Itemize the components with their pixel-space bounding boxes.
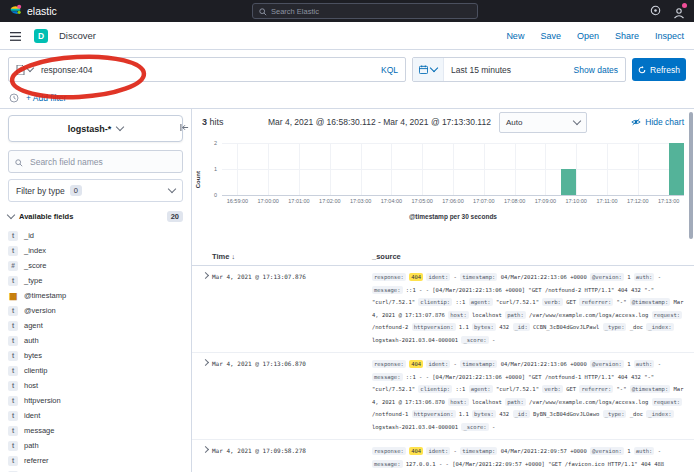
global-search-input[interactable]: Search Elastic	[252, 3, 478, 19]
x-tick-label: 17:08:00	[504, 198, 525, 204]
field-name: agent	[24, 321, 43, 330]
filter-by-type[interactable]: Filter by type 0	[8, 179, 183, 202]
menu-icon[interactable]	[10, 27, 21, 45]
app-action-open[interactable]: Open	[577, 31, 599, 41]
field-item-clientip[interactable]: tclientip	[8, 363, 183, 378]
refresh-button[interactable]: Refresh	[632, 58, 686, 81]
histogram-bar[interactable]	[669, 143, 684, 195]
saved-query-icon[interactable]	[16, 65, 33, 75]
source-field-name: _score:	[461, 336, 488, 344]
query-text-input[interactable]	[39, 64, 369, 76]
elastic-logo-icon[interactable]	[9, 2, 22, 20]
field-search[interactable]	[8, 150, 183, 173]
collapse-sidebar-icon[interactable]	[180, 118, 189, 136]
field-list: t_idt_index#_scoret_type▦@timestampt@ver…	[8, 228, 183, 472]
string-field-icon: t	[8, 366, 18, 376]
help-icon[interactable]	[650, 2, 661, 20]
source-field-name: @timestamp:	[630, 385, 670, 393]
time-range-value[interactable]: Last 15 minutes	[444, 65, 567, 75]
source-column-header: _source	[372, 252, 401, 261]
field-item-path[interactable]: tpath	[8, 438, 183, 453]
expand-row-icon[interactable]	[198, 358, 212, 433]
field-item-_id[interactable]: t_id	[8, 228, 183, 243]
source-value: -	[658, 448, 661, 454]
field-name: _score	[24, 261, 47, 270]
doc-source: response: 404 ident: - timestamp: 04/Mar…	[372, 445, 686, 472]
calendar-button[interactable]	[413, 58, 444, 81]
source-field-name: request:	[652, 311, 683, 319]
field-item-referrer[interactable]: treferrer	[8, 453, 183, 468]
y-tick-label: 0	[214, 192, 217, 198]
field-item-_type[interactable]: t_type	[8, 273, 183, 288]
field-item-agent[interactable]: tagent	[8, 318, 183, 333]
index-pattern-select[interactable]: logstash-*	[8, 115, 183, 142]
global-header: elastic Search Elastic	[0, 0, 694, 22]
query-language-button[interactable]: KQL	[375, 65, 398, 75]
expand-row-icon[interactable]	[198, 271, 212, 346]
search-icon	[15, 153, 23, 171]
source-highlight: 404	[409, 360, 423, 368]
x-tick-label: 17:13:00	[658, 198, 679, 204]
source-field-name: message:	[372, 373, 403, 381]
field-item-@timestamp[interactable]: ▦@timestamp	[8, 288, 183, 303]
query-bar: KQL Last 15 minutes Show dates Refresh	[0, 50, 694, 88]
query-input[interactable]: KQL	[8, 57, 406, 82]
field-item-host[interactable]: thost	[8, 378, 183, 393]
source-field-name: response:	[372, 447, 406, 455]
source-field-name: _type:	[603, 410, 627, 418]
field-name: ident	[24, 411, 40, 420]
chevron-down-icon	[26, 64, 34, 72]
search-icon	[259, 2, 267, 20]
time-column-header[interactable]: Time↓	[212, 252, 366, 261]
field-item-@version[interactable]: t@version	[8, 303, 183, 318]
chevron-right-icon	[201, 446, 208, 453]
field-search-input[interactable]	[28, 156, 176, 168]
index-pattern-label: logstash-*	[68, 124, 112, 134]
app-actions: NewSaveOpenShareInspect	[506, 31, 684, 41]
source-field-name: httpversion:	[412, 323, 456, 331]
source-value: /var/www/example.com/logs/access.log	[529, 399, 648, 405]
source-field-name: _score:	[461, 423, 488, 431]
field-item-message[interactable]: tmessage	[8, 423, 183, 438]
hits-bar: 3 hits Mar 4, 2021 @ 16:58:30.112 - Mar …	[192, 109, 694, 135]
field-item-_index[interactable]: t_index	[8, 243, 183, 258]
doc-table-header: Time↓ _source	[192, 247, 694, 266]
field-item-auth[interactable]: tauth	[8, 333, 183, 348]
app-action-new[interactable]: New	[506, 31, 524, 41]
filter-bar: + Add filter	[0, 88, 694, 109]
hide-chart-button[interactable]: Hide chart	[631, 117, 684, 127]
histogram-plot[interactable]: 16:59:0017:00:0017:01:0017:02:0017:03:00…	[222, 143, 684, 196]
histogram-bar[interactable]	[561, 169, 576, 195]
string-field-icon: t	[8, 456, 18, 466]
source-value: "curl/7.52.1"	[496, 386, 539, 392]
user-avatar-icon[interactable]	[673, 5, 685, 17]
add-filter-button[interactable]: + Add filter	[26, 93, 66, 103]
show-dates-button[interactable]: Show dates	[567, 65, 625, 75]
source-field-name: response:	[372, 360, 406, 368]
vertical-scrollbar[interactable]	[689, 112, 693, 239]
source-field-name: path:	[505, 311, 526, 319]
source-field-name: ident:	[426, 273, 450, 281]
expand-row-icon[interactable]	[198, 445, 212, 472]
x-tick-label: 17:11:00	[596, 198, 617, 204]
field-item-httpversion[interactable]: thttpversion	[8, 393, 183, 408]
app-action-inspect[interactable]: Inspect	[655, 31, 684, 41]
filter-history-icon[interactable]	[9, 89, 19, 107]
field-item-bytes[interactable]: tbytes	[8, 348, 183, 363]
source-field-name: ident:	[426, 360, 450, 368]
chart-time-range: Mar 4, 2021 @ 16:58:30.112 - Mar 4, 2021…	[268, 117, 491, 127]
string-field-icon: t	[8, 441, 18, 451]
app-action-save[interactable]: Save	[540, 31, 561, 41]
sort-desc-icon[interactable]: ↓	[231, 253, 235, 260]
available-fields-header[interactable]: Available fields 20	[8, 211, 183, 222]
interval-select[interactable]: Auto	[499, 112, 587, 133]
field-name: message	[24, 426, 54, 435]
field-item-request[interactable]: trequest	[8, 468, 183, 472]
x-tick-label: 17:09:00	[535, 198, 556, 204]
field-item-_score[interactable]: #_score	[8, 258, 183, 273]
field-item-ident[interactable]: tident	[8, 408, 183, 423]
discover-app-badge: D	[34, 29, 48, 43]
source-field-name: request:	[652, 398, 683, 406]
app-action-share[interactable]: Share	[615, 31, 639, 41]
string-field-icon: t	[8, 246, 18, 256]
